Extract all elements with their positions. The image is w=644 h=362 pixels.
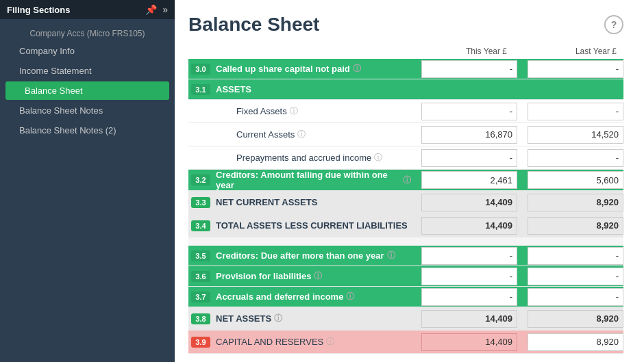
help-icon-3.7[interactable]: ⓘ: [346, 291, 354, 302]
row-3.6: 3.6Provision for liabilities ⓘ: [188, 266, 623, 287]
this-year-cell-3.7: [411, 288, 517, 306]
badge-3.9: 3.9: [191, 337, 210, 348]
last-year-cell-3.9: [517, 333, 623, 351]
col-header-last-year: Last Year £: [511, 47, 621, 56]
row-fixed-assets: Fixed Assets ⓘ: [188, 100, 623, 123]
label-3.3: NET CURRENT ASSETS: [216, 197, 411, 207]
sidebar-item-income-statement[interactable]: Income Statement: [0, 61, 175, 81]
main-content: Balance Sheet ? This Year £ Last Year £ …: [175, 0, 644, 362]
last-year-cell-fixed-assets: [517, 103, 623, 120]
badge-3.4: 3.4: [191, 220, 210, 231]
this-year-input-fixed-assets[interactable]: [421, 103, 517, 120]
help-icon-3.0[interactable]: ⓘ: [353, 63, 361, 75]
this-year-cell-3.9: [411, 333, 517, 351]
row-3.8: 3.8NET ASSETS ⓘ: [188, 307, 623, 331]
this-year-input-3.6[interactable]: [421, 268, 517, 285]
this-year-cell-3.6: [411, 268, 517, 285]
row-3.0: 3.0Called up share capital not paid ⓘ: [188, 59, 623, 79]
row-3.3: 3.3NET CURRENT ASSETS: [188, 191, 623, 214]
this-year-input-3.8[interactable]: [421, 310, 517, 328]
page-title-row: Balance Sheet ?: [188, 14, 623, 36]
last-year-input-fixed-assets[interactable]: [528, 103, 623, 120]
expand-icon[interactable]: »: [162, 4, 168, 15]
this-year-cell-current-assets: [411, 126, 517, 144]
this-year-input-3.0[interactable]: [421, 60, 517, 78]
help-icon-3.6[interactable]: ⓘ: [314, 270, 322, 282]
last-year-input-prepayments[interactable]: [528, 149, 623, 167]
last-year-input-3.0[interactable]: [528, 60, 623, 78]
last-year-cell-prepayments: [517, 149, 623, 167]
sidebar: Filing Sections 📌 » Company Accs (Micro …: [0, 0, 175, 362]
badge-3.5: 3.5: [191, 250, 210, 261]
sidebar-item-balance-sheet-notes-2[interactable]: Balance Sheet Notes (2): [0, 120, 175, 140]
sidebar-item-balance-sheet-notes[interactable]: Balance Sheet Notes: [0, 101, 175, 120]
this-year-input-3.5[interactable]: [421, 247, 517, 265]
help-icon-prepayments[interactable]: ⓘ: [374, 152, 382, 164]
balance-rows: 3.0Called up share capital not paid ⓘ3.1…: [188, 59, 623, 354]
last-year-input-3.7[interactable]: [528, 288, 623, 306]
page-help-button[interactable]: ?: [604, 15, 623, 34]
this-year-input-3.2[interactable]: [421, 171, 517, 189]
label-3.4: TOTAL ASSETS LESS CURRENT LIABILITIES: [216, 220, 411, 231]
this-year-input-3.9[interactable]: [421, 333, 517, 351]
row-current-assets: Current Assets ⓘ: [188, 123, 623, 146]
this-year-input-3.7[interactable]: [421, 288, 517, 306]
this-year-cell-prepayments: [411, 149, 517, 167]
pin-icon[interactable]: 📌: [145, 4, 157, 15]
row-3.1: 3.1ASSETS: [188, 79, 623, 100]
badge-3.3: 3.3: [191, 197, 210, 208]
help-icon: ?: [611, 19, 617, 30]
last-year-input-3.5[interactable]: [528, 247, 623, 265]
last-year-cell-3.7: [517, 288, 623, 306]
this-year-cell-3.8: [411, 310, 517, 328]
sidebar-group-label: Company Accs (Micro FRS105): [0, 19, 175, 41]
this-year-cell-3.4: [411, 217, 517, 235]
last-year-input-3.6[interactable]: [528, 268, 623, 285]
spacer-row: [188, 237, 623, 246]
row-3.4: 3.4TOTAL ASSETS LESS CURRENT LIABILITIES: [188, 214, 623, 237]
row-3.9: 3.9CAPITAL AND RESERVES ⓘ: [188, 331, 623, 354]
this-year-cell-3.0: [411, 60, 517, 78]
last-year-input-3.2[interactable]: [528, 171, 623, 189]
last-year-input-3.9[interactable]: [528, 333, 623, 351]
this-year-cell-3.2: [411, 171, 517, 189]
help-icon-fixed-assets[interactable]: ⓘ: [290, 105, 298, 117]
this-year-input-prepayments[interactable]: [421, 149, 517, 167]
row-3.2: 3.2Creditors: Amount falling due within …: [188, 170, 623, 191]
label-3.5: Creditors: Due after more than one year …: [216, 250, 411, 261]
badge-3.1: 3.1: [191, 84, 210, 95]
help-icon-3.9[interactable]: ⓘ: [326, 336, 334, 348]
last-year-cell-3.3: [517, 194, 623, 211]
badge-3.8: 3.8: [191, 313, 210, 324]
sidebar-item-company-info[interactable]: Company Info: [0, 41, 175, 61]
last-year-cell-3.8: [517, 310, 623, 328]
page-title: Balance Sheet: [188, 14, 319, 36]
help-icon-3.8[interactable]: ⓘ: [274, 313, 282, 324]
label-current-assets: Current Assets ⓘ: [236, 129, 411, 140]
help-icon-3.5[interactable]: ⓘ: [387, 250, 395, 261]
this-year-input-3.3[interactable]: [421, 194, 517, 211]
last-year-input-3.8[interactable]: [528, 310, 623, 328]
last-year-cell-current-assets: [517, 126, 623, 144]
this-year-input-3.4[interactable]: [421, 217, 517, 235]
last-year-input-3.4[interactable]: [528, 217, 623, 235]
label-3.9: CAPITAL AND RESERVES ⓘ: [216, 336, 411, 348]
badge-3.6: 3.6: [191, 271, 210, 282]
last-year-input-3.3[interactable]: [528, 194, 623, 211]
label-3.8: NET ASSETS ⓘ: [216, 313, 411, 324]
last-year-input-current-assets[interactable]: [528, 126, 623, 144]
badge-3.7: 3.7: [191, 292, 210, 302]
this-year-input-current-assets[interactable]: [421, 126, 517, 144]
row-3.5: 3.5Creditors: Due after more than one ye…: [188, 246, 623, 266]
this-year-cell-3.5: [411, 247, 517, 265]
label-3.1: ASSETS: [216, 84, 411, 94]
label-3.0: Called up share capital not paid ⓘ: [216, 63, 411, 75]
col-header-this-year: This Year £: [401, 47, 511, 56]
help-icon-3.2[interactable]: ⓘ: [403, 174, 411, 186]
badge-3.0: 3.0: [191, 64, 210, 75]
help-icon-current-assets[interactable]: ⓘ: [297, 129, 306, 140]
sidebar-header: Filing Sections 📌 »: [0, 0, 175, 19]
last-year-cell-3.6: [517, 268, 623, 285]
sidebar-item-balance-sheet[interactable]: Balance Sheet: [5, 81, 169, 100]
row-3.7: 3.7Accruals and deferred income ⓘ: [188, 287, 623, 307]
